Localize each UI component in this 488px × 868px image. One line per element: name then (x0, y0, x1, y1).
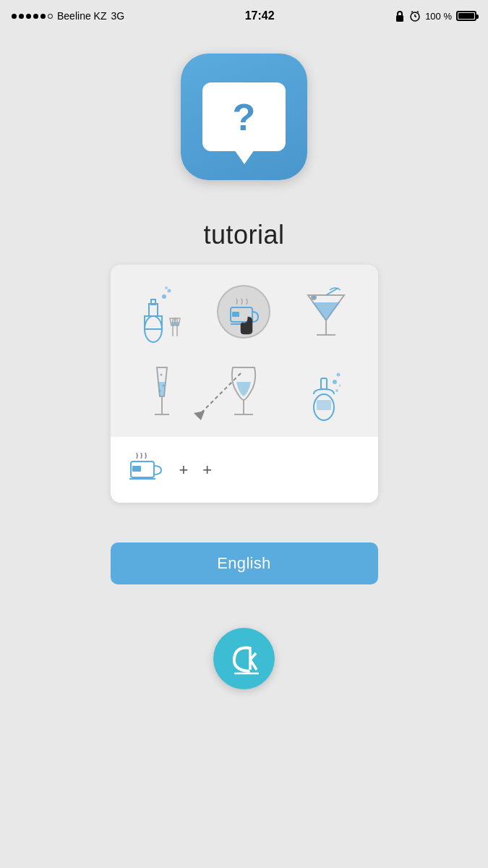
alarm-icon (409, 10, 421, 22)
ok-button[interactable] (213, 628, 275, 689)
battery-percent: 100 % (425, 11, 452, 22)
tea-cup-cursor-icon (207, 282, 281, 347)
svg-rect-31 (321, 378, 327, 389)
svg-point-26 (163, 385, 165, 387)
page-title: tutorial (203, 220, 284, 250)
champagne-bottle-icon (125, 282, 200, 347)
svg-line-4 (411, 12, 413, 13)
status-bar: Beeline KZ 3G 17:42 100 % (0, 0, 488, 32)
ok-logo (223, 642, 266, 675)
svg-point-25 (160, 374, 163, 376)
status-left: Beeline KZ 3G (12, 10, 124, 22)
svg-point-34 (335, 389, 338, 392)
battery-fill (458, 13, 474, 19)
svg-point-33 (337, 373, 341, 377)
status-right: 100 % (395, 10, 476, 22)
app-icon: ? (181, 54, 307, 180)
decorative-bottle-icon (288, 360, 363, 425)
svg-point-12 (165, 286, 168, 289)
speech-bubble: ? (202, 82, 286, 151)
lock-icon (395, 10, 405, 22)
language-button[interactable]: English (111, 542, 378, 584)
svg-rect-36 (317, 400, 331, 410)
network-type: 3G (111, 10, 124, 22)
svg-rect-8 (149, 304, 158, 316)
battery-icon (456, 11, 476, 21)
arrow-indicator (183, 366, 270, 424)
status-time: 17:42 (245, 9, 275, 22)
svg-marker-38 (194, 411, 205, 420)
tutorial-card: + + (111, 265, 378, 503)
cocktail-glass-icon (288, 282, 363, 347)
svg-line-37 (197, 373, 241, 417)
svg-point-32 (333, 380, 337, 384)
signal-dot-2 (19, 14, 24, 19)
signal-dot-empty (48, 14, 53, 19)
svg-point-35 (339, 385, 341, 387)
signal-dot-3 (26, 14, 31, 19)
card-lower: + + (111, 437, 378, 503)
svg-point-22 (312, 296, 315, 299)
plus-sign-2: + (202, 461, 212, 480)
svg-rect-17 (232, 312, 239, 317)
svg-line-5 (417, 12, 419, 13)
svg-rect-0 (396, 15, 403, 22)
svg-rect-41 (132, 466, 141, 472)
svg-point-27 (159, 390, 161, 392)
signal-dot-1 (12, 14, 17, 19)
card-upper (111, 265, 378, 437)
plus-sign-1: + (179, 461, 189, 480)
signal-dots (12, 14, 53, 19)
question-mark: ? (233, 98, 256, 136)
svg-point-10 (162, 294, 166, 299)
selected-drink-icon (125, 448, 165, 491)
svg-rect-7 (145, 316, 162, 329)
carrier-name: Beeline KZ (57, 10, 106, 22)
signal-dot-5 (40, 14, 46, 19)
signal-dot-4 (33, 14, 38, 19)
svg-point-11 (167, 289, 171, 293)
main-content: ? tutorial (0, 32, 488, 689)
